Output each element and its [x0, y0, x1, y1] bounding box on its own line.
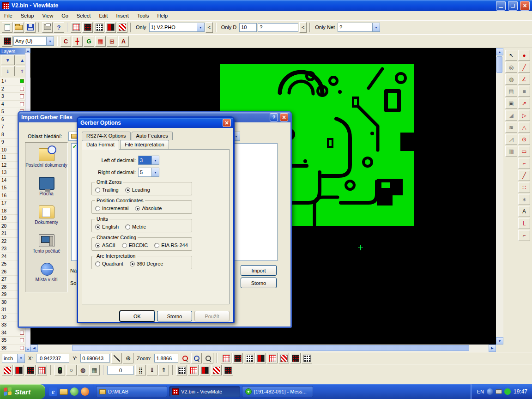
- import-cancel-button[interactable]: Storno: [241, 278, 277, 288]
- tab-file-interpretation[interactable]: File Interpretation: [120, 140, 169, 149]
- print-icon[interactable]: [42, 22, 53, 33]
- ok-button[interactable]: OK: [120, 311, 155, 321]
- j-shape-tool-icon[interactable]: ⌐: [518, 230, 530, 241]
- only-net-label[interactable]: Only Net: [313, 24, 337, 30]
- arrow-tool-icon[interactable]: ↗: [518, 98, 530, 109]
- menu-item[interactable]: File: [0, 12, 17, 19]
- layer-down-button[interactable]: ⇓: [1, 66, 15, 76]
- tab-auto-features[interactable]: Auto Features: [132, 132, 173, 140]
- layer-visibility-checkbox[interactable]: [20, 102, 24, 106]
- radio-icon[interactable]: [125, 224, 130, 230]
- grid-pattern-icon[interactable]: [278, 353, 289, 363]
- menu-item[interactable]: Go: [57, 12, 73, 19]
- apply-button[interactable]: Použít: [194, 311, 230, 321]
- canvas-horizontal-scrollbar[interactable]: [30, 345, 496, 352]
- radio-icon[interactable]: [95, 206, 100, 211]
- menu-item[interactable]: Tools: [133, 12, 153, 19]
- g-code-icon[interactable]: G: [84, 36, 94, 47]
- cross-grid-icon[interactable]: ╋: [72, 36, 83, 47]
- layer-row[interactable]: 1+: [0, 78, 25, 85]
- chevron-down-icon[interactable]: [46, 37, 54, 45]
- triangle-tool-icon[interactable]: △: [518, 122, 530, 133]
- grid-pattern-icon[interactable]: [232, 353, 243, 363]
- menu-item[interactable]: View: [38, 12, 57, 19]
- radio-icon[interactable]: [95, 261, 100, 266]
- tab-data-format[interactable]: Data Format: [82, 140, 119, 150]
- vertical-scroll-thumb[interactable]: [496, 56, 502, 73]
- y-coordinate-field[interactable]: 0.690643: [80, 354, 110, 363]
- horizontal-scroll-thumb[interactable]: [72, 345, 469, 351]
- prev-layer-button[interactable]: <: [206, 22, 213, 33]
- cancel-button[interactable]: Storno: [157, 311, 192, 321]
- traffic-light-icon[interactable]: [54, 365, 65, 375]
- circle-tool-icon[interactable]: ○: [66, 365, 77, 375]
- radio-icon[interactable]: [154, 243, 159, 248]
- scroll-up-icon[interactable]: [25, 48, 30, 53]
- view-pattern-icon[interactable]: [211, 365, 222, 375]
- waves-tool-icon[interactable]: ≋: [505, 122, 517, 133]
- radio-icon[interactable]: [130, 261, 135, 266]
- hatch-tool-icon[interactable]: ▥: [505, 146, 517, 157]
- scroll-left-icon[interactable]: [30, 345, 38, 352]
- grid-pattern-icon[interactable]: [290, 353, 301, 363]
- layer-row[interactable]: 4: [0, 101, 25, 109]
- only-layer-label[interactable]: Only: [134, 24, 148, 30]
- radio-ascii[interactable]: ASCII: [95, 242, 115, 248]
- tray-keyboard-icon[interactable]: [496, 389, 502, 394]
- wedge-tool-icon[interactable]: ◢: [505, 110, 517, 121]
- task-messenger[interactable]: [191-482-091] - Mess...: [242, 386, 313, 397]
- place-item[interactable]: Místa v síti: [25, 261, 67, 290]
- close-icon[interactable]: [280, 113, 288, 121]
- menu-item[interactable]: Select: [73, 12, 95, 19]
- star-tool-icon[interactable]: ∗: [518, 194, 530, 205]
- tab-rs274x-options[interactable]: RS274-X Options: [82, 132, 131, 140]
- net-pattern-icon[interactable]: [117, 22, 127, 33]
- task-viewmate[interactable]: V2.bin - ViewMate: [169, 386, 240, 397]
- right-of-decimal-combo[interactable]: 5: [138, 168, 159, 177]
- minimize-button[interactable]: [496, 1, 506, 11]
- dot-grid-icon[interactable]: ⣿: [135, 365, 146, 375]
- grid-toggle-icon[interactable]: ▦: [89, 365, 100, 375]
- new-doc-icon[interactable]: [2, 22, 12, 33]
- film-pattern-icon[interactable]: [25, 365, 36, 375]
- anchor-down-icon[interactable]: ⇓: [147, 365, 157, 375]
- radio-trailing[interactable]: Trailing: [95, 187, 119, 193]
- radio-icon[interactable]: [135, 206, 140, 211]
- layers-tool-icon[interactable]: ▤: [505, 86, 517, 97]
- scroll-down-icon[interactable]: [496, 337, 503, 345]
- radio-icon[interactable]: [125, 187, 130, 193]
- dcode-filter-input[interactable]: ?: [258, 23, 298, 32]
- layer-row[interactable]: 3: [0, 93, 25, 101]
- layer-visibility-checkbox[interactable]: [20, 94, 24, 98]
- layer-row[interactable]: 34: [0, 329, 25, 337]
- layer-visibility-checkbox[interactable]: [20, 87, 24, 91]
- square-tool-icon[interactable]: ■: [518, 86, 530, 97]
- cursor-tool-icon[interactable]: ↖: [505, 50, 517, 61]
- chevron-down-icon[interactable]: [197, 23, 204, 31]
- film-pattern-icon[interactable]: [2, 365, 12, 375]
- radio-leading[interactable]: Leading: [125, 187, 150, 193]
- circle-pad-tool-icon[interactable]: ⊙: [518, 134, 530, 145]
- radio-icon[interactable]: [95, 243, 100, 248]
- left-of-decimal-combo[interactable]: 3: [138, 156, 159, 165]
- prev-dcode-button[interactable]: <: [299, 22, 307, 33]
- green-app-quicklaunch-icon[interactable]: [70, 387, 79, 396]
- layer-move-down-button[interactable]: ▼: [1, 55, 15, 65]
- radio-absolute[interactable]: Absolute: [135, 206, 162, 211]
- context-help-icon[interactable]: [54, 22, 64, 33]
- x-coordinate-field[interactable]: -0.942237: [36, 354, 69, 363]
- grid-plus-icon[interactable]: ⊞: [107, 36, 117, 47]
- view-pattern-icon[interactable]: [188, 365, 199, 375]
- scroll-right-icon[interactable]: [489, 345, 496, 352]
- layer-visibility-checkbox[interactable]: [20, 79, 24, 83]
- tray-app-icon[interactable]: [487, 388, 493, 395]
- layer-combo[interactable]: 1) V2.PHO: [149, 23, 205, 32]
- corner-tool-icon[interactable]: ⌐: [518, 158, 530, 169]
- close-button[interactable]: [520, 1, 530, 11]
- aperture-select-button[interactable]: [2, 36, 12, 47]
- place-item[interactable]: Dokumenty: [25, 204, 67, 232]
- radio-ebcdic[interactable]: EBCDIC: [122, 242, 148, 248]
- radio-english[interactable]: English: [95, 224, 119, 230]
- close-icon[interactable]: [223, 119, 231, 127]
- open-icon[interactable]: [13, 22, 24, 33]
